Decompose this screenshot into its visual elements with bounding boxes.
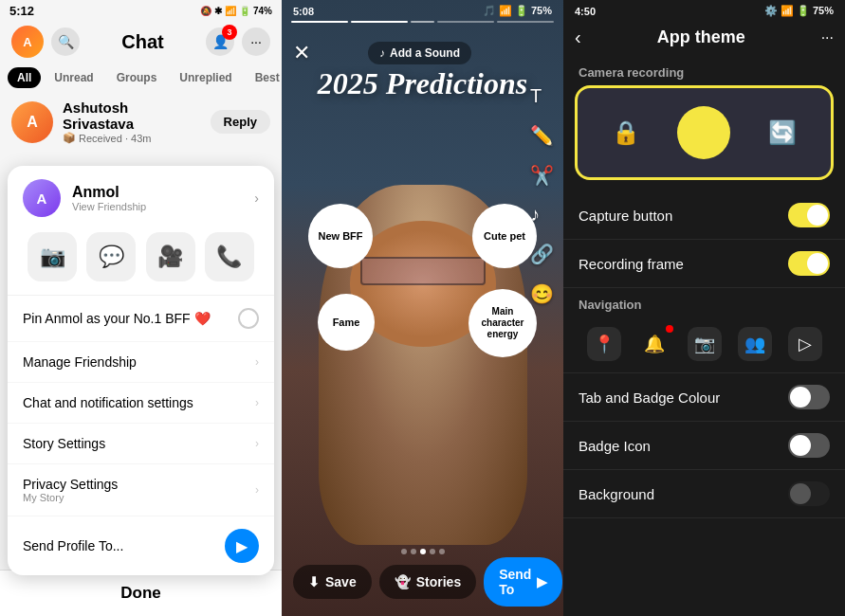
story-bottom-bar: ⬇ Save 👻 Stories Send To ▶ [282, 548, 563, 616]
ashutosh-status: 📦 Received · 43m [63, 132, 201, 144]
flip-camera-icon: 🔄 [768, 119, 797, 146]
chat-notif-chevron-icon: › [255, 396, 259, 409]
badge-icon-label: Badge Icon [579, 438, 651, 454]
anmol-avatar: A [23, 179, 61, 217]
story-settings-item[interactable]: Story Settings › [8, 424, 274, 464]
manage-friendship-item[interactable]: Manage Friendship › [8, 342, 274, 383]
story-settings-chevron-icon: › [255, 437, 259, 450]
recording-frame-toggle[interactable] [788, 251, 830, 276]
more-options-button[interactable]: ··· [242, 27, 270, 56]
filter-tabs: All Unread Groups Unreplied Best Fri... [0, 63, 282, 92]
story-right-tools: T ✏️ ✂️ ♪ 🔗 😊 [530, 85, 554, 305]
background-toggle[interactable] [788, 481, 830, 506]
filter-all[interactable]: All [8, 67, 41, 88]
theme-more-button[interactable]: ··· [821, 29, 834, 46]
pencil-tool-icon[interactable]: ✏️ [530, 124, 554, 147]
capture-button-label: Capture button [579, 208, 672, 224]
stories-icon: 👻 [395, 574, 411, 589]
status-icons-1: 🔕 ✱ 📶 🔋 74% [200, 6, 272, 16]
recording-toggle-knob [807, 253, 828, 274]
send-profile-row[interactable]: Send Profile To... ▶ [8, 516, 274, 575]
call-action-button[interactable]: 📞 [205, 232, 254, 281]
save-icon: ⬇ [308, 574, 320, 589]
lock-icon: 🔒 [612, 119, 640, 146]
send-to-button[interactable]: Send To ▶ [484, 557, 562, 607]
back-button[interactable]: ‹ [575, 27, 581, 48]
text-tool-icon[interactable]: T [530, 85, 554, 107]
privacy-chevron-icon: › [255, 483, 259, 497]
tab-badge-colour-toggle[interactable] [788, 385, 830, 409]
ashutosh-name: Ashutosh Srivastava [63, 100, 201, 132]
bubble-new-bff[interactable]: New BFF [308, 204, 373, 268]
story-time: 5:08 [293, 6, 314, 17]
privacy-settings-item[interactable]: Privacy Settings My Story › [8, 464, 274, 516]
story-close-button[interactable]: ✕ [293, 41, 310, 65]
story-title-text: 2025 Predictions [282, 66, 563, 101]
nav-friends-icon[interactable]: 👥 [738, 327, 772, 361]
reply-button[interactable]: Reply [211, 110, 270, 134]
anmol-name: Anmol [72, 184, 243, 201]
user-avatar[interactable]: A [11, 26, 44, 58]
tab-badge-toggle-knob [790, 387, 811, 408]
stories-button[interactable]: 👻 Stories [379, 565, 476, 599]
chat-notifications-item[interactable]: Chat and notification settings › [8, 383, 274, 424]
panel-chat: 5:12 🔕 ✱ 📶 🔋 74% A 🔍 Chat 👤 3 ··· All Un… [0, 0, 282, 616]
panel-story: 5:08 🎵 📶 🔋 75% ✕ ♪ Add a Sound 2025 Pred… [282, 0, 563, 616]
camera-recording-label: Camera recording [563, 56, 845, 85]
chat-action-button[interactable]: 💬 [86, 232, 136, 281]
add-friend-button[interactable]: 👤 3 [206, 27, 234, 56]
theme-header: ‹ App theme ··· [563, 19, 845, 56]
progress-seg-4 [437, 21, 494, 23]
bubble-cute-pet[interactable]: Cute pet [472, 204, 537, 268]
capture-button-toggle[interactable] [788, 203, 830, 227]
story-status-bar: 5:08 🎵 📶 🔋 75% [282, 0, 563, 19]
story-progress-bars [291, 21, 554, 23]
pin-toggle[interactable] [238, 308, 259, 329]
record-button-preview [677, 106, 730, 159]
recording-frame-row: Recording frame [563, 240, 845, 288]
send-profile-button[interactable]: ▶ [225, 529, 259, 563]
scissors-tool-icon[interactable]: ✂️ [530, 164, 554, 187]
filter-bestfri[interactable]: Best Fri... [246, 67, 282, 88]
ctx-actions: 📷 💬 🎥 📞 [8, 225, 274, 296]
done-bar[interactable]: Done [0, 570, 282, 616]
filter-unreplied[interactable]: Unreplied [170, 67, 241, 88]
sticker-tool-icon[interactable]: 😊 [530, 282, 554, 305]
ctx-header: A Anmol View Friendship › [8, 166, 274, 225]
add-sound-button[interactable]: ♪ Add a Sound [368, 42, 471, 64]
nav-camera-icon[interactable]: 📷 [688, 327, 722, 361]
theme-time: 4:50 [575, 6, 596, 17]
background-row: Background [563, 470, 845, 518]
theme-status-icons: ⚙️ 📶 🔋 75% [764, 5, 834, 17]
save-button[interactable]: ⬇ Save [293, 565, 372, 599]
capture-toggle-knob [807, 205, 828, 226]
nav-notification-icon[interactable]: 🔔 [637, 327, 671, 361]
view-friendship-link[interactable]: View Friendship [72, 201, 243, 212]
bubble-main-character[interactable]: Main character energy [468, 289, 537, 357]
bubble-fame[interactable]: Fame [318, 294, 375, 351]
background-label: Background [579, 486, 654, 502]
send-to-arrow-icon: ▶ [537, 574, 547, 589]
chat-header: A 🔍 Chat 👤 3 ··· [0, 20, 282, 63]
chat-item-ashutosh[interactable]: A Ashutosh Srivastava 📦 Received · 43m R… [0, 92, 282, 152]
ashutosh-info: Ashutosh Srivastava 📦 Received · 43m [63, 100, 201, 144]
nav-location-icon[interactable]: 📍 [587, 327, 621, 361]
background-toggle-knob [790, 483, 811, 504]
camera-recording-preview: 🔒 🔄 [575, 85, 834, 180]
panel-app-theme: 4:50 ⚙️ 📶 🔋 75% ‹ App theme ··· Camera r… [563, 0, 845, 616]
music-icon: ♪ [379, 46, 385, 60]
pin-bff-item[interactable]: Pin Anmol as your No.1 BFF ❤️ [8, 296, 274, 342]
theme-status-bar: 4:50 ⚙️ 📶 🔋 75% [563, 0, 845, 19]
ctx-chevron-icon: › [254, 190, 259, 206]
navigation-label: Navigation [563, 288, 845, 317]
snap-action-button[interactable]: 📷 [28, 232, 77, 281]
status-bar-1: 5:12 🔕 ✱ 📶 🔋 74% [0, 0, 282, 20]
filter-unread[interactable]: Unread [45, 67, 102, 88]
search-button[interactable]: 🔍 [51, 27, 80, 56]
filter-groups[interactable]: Groups [107, 67, 167, 88]
badge-icon-toggle[interactable] [788, 433, 830, 458]
progress-seg-3 [411, 21, 433, 23]
video-action-button[interactable]: 🎥 [146, 232, 195, 281]
progress-seg-2 [351, 21, 408, 23]
nav-play-icon[interactable]: ▷ [788, 327, 822, 361]
